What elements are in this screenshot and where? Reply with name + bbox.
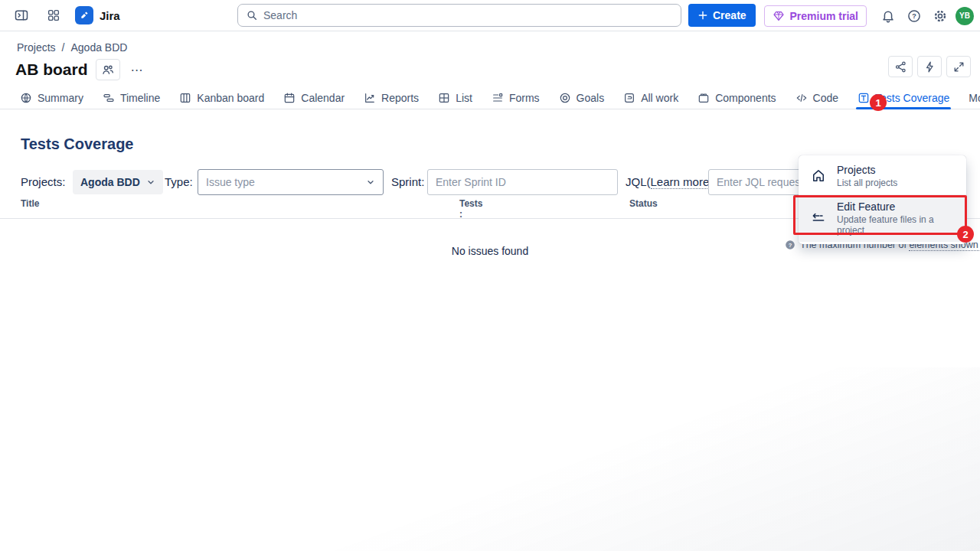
user-avatar[interactable]: YB bbox=[956, 7, 974, 25]
board-title-row: AB board ⋯ bbox=[15, 58, 980, 81]
tab-code[interactable]: Code bbox=[795, 87, 838, 109]
menu-item-subtitle: Update feature files in a project bbox=[837, 214, 954, 236]
notifications-button[interactable] bbox=[877, 5, 899, 27]
tab-label: Components bbox=[715, 92, 776, 104]
toolbox-icon bbox=[697, 92, 710, 104]
form-lines-icon bbox=[492, 92, 504, 104]
app-switcher-icon bbox=[47, 8, 60, 22]
share-button[interactable] bbox=[888, 56, 913, 77]
search-placeholder: Search bbox=[263, 9, 297, 21]
tab-label: List bbox=[456, 92, 472, 104]
people-icon bbox=[101, 63, 115, 77]
timeline-icon bbox=[103, 92, 115, 104]
tab-timeline[interactable]: Timeline bbox=[103, 87, 160, 109]
tab-label: Code bbox=[813, 92, 838, 104]
tab-label: Goals bbox=[577, 92, 605, 104]
sidebar-toggle-icon bbox=[14, 8, 29, 23]
expand-icon bbox=[952, 60, 965, 73]
page-title: Tests Coverage bbox=[21, 135, 980, 153]
board-members-button[interactable] bbox=[96, 59, 120, 80]
column-header-title: Title bbox=[21, 198, 39, 209]
plus-icon bbox=[697, 10, 708, 21]
chart-icon bbox=[364, 92, 376, 104]
premium-trial-button[interactable]: Premium trial bbox=[764, 5, 867, 27]
globe-icon bbox=[20, 92, 32, 104]
gem-icon bbox=[773, 10, 785, 22]
create-button-label: Create bbox=[713, 9, 746, 21]
menu-item-title: Edit Feature bbox=[837, 201, 954, 213]
breadcrumb-project-link[interactable]: Agoda BDD bbox=[70, 41, 127, 54]
tab-label: All work bbox=[641, 92, 678, 104]
annotation-step-2-badge: 2 bbox=[957, 226, 974, 243]
jql-filter-label: JQL(Learn more): bbox=[626, 169, 716, 195]
sliders-icon bbox=[811, 210, 826, 226]
sidebar-toggle-button[interactable] bbox=[11, 5, 32, 26]
panel-actions-menu: Projects List all projects Edit Feature … bbox=[799, 155, 966, 244]
sprint-filter-label: Sprint: bbox=[391, 169, 424, 195]
breadcrumb-projects-link[interactable]: Projects bbox=[17, 41, 56, 54]
column-header-status: Status bbox=[629, 198, 658, 209]
bell-icon bbox=[880, 8, 896, 24]
jira-logo-icon bbox=[75, 6, 93, 24]
board-action-buttons bbox=[888, 56, 971, 77]
app-switcher-button[interactable] bbox=[43, 5, 64, 26]
jql-learn-more-link[interactable]: Learn more bbox=[651, 175, 710, 189]
tab-summary[interactable]: Summary bbox=[20, 87, 83, 109]
board-columns-icon bbox=[179, 92, 191, 104]
gear-icon bbox=[933, 8, 948, 24]
help-button[interactable]: ? bbox=[903, 5, 925, 27]
board-more-button[interactable]: ⋯ bbox=[128, 63, 147, 77]
tab-more[interactable]: More 5 bbox=[969, 87, 980, 109]
background-shade bbox=[0, 367, 980, 551]
svg-text:?: ? bbox=[912, 12, 916, 20]
automation-button[interactable] bbox=[917, 56, 942, 77]
jira-wordmark: Jira bbox=[100, 9, 120, 22]
board-tabs: Summary Timeline Kanban board Calendar bbox=[0, 87, 980, 109]
share-icon bbox=[894, 60, 907, 73]
project-select-dropdown[interactable]: Agoda BDD bbox=[73, 170, 163, 194]
premium-trial-label: Premium trial bbox=[790, 10, 858, 22]
menu-item-title: Projects bbox=[837, 164, 897, 176]
board-title: AB board bbox=[15, 60, 88, 79]
breadcrumb-separator: / bbox=[62, 41, 65, 54]
global-search-input[interactable]: Search bbox=[237, 4, 681, 27]
tab-forms[interactable]: Forms bbox=[492, 87, 540, 109]
tab-reports[interactable]: Reports bbox=[364, 87, 419, 109]
tab-calendar[interactable]: Calendar bbox=[283, 87, 345, 109]
calendar-icon bbox=[283, 92, 296, 104]
create-button[interactable]: Create bbox=[688, 4, 756, 27]
tab-label: Timeline bbox=[120, 92, 160, 104]
top-navigation-bar: Jira Search Create Premium trial bbox=[0, 0, 980, 31]
tab-components[interactable]: Components bbox=[697, 87, 776, 109]
chevron-down-icon bbox=[366, 178, 375, 187]
tab-list[interactable]: List bbox=[438, 87, 472, 109]
project-select-value: Agoda BDD bbox=[80, 176, 140, 188]
issue-type-placeholder: Issue type bbox=[206, 176, 255, 188]
question-filled-icon[interactable]: ? bbox=[785, 240, 795, 250]
settings-button[interactable] bbox=[929, 5, 951, 27]
annotation-step-1-badge: 1 bbox=[870, 94, 887, 111]
more-tabs-label: More bbox=[969, 92, 980, 104]
tab-label: Calendar bbox=[301, 92, 345, 104]
tests-coverage-icon bbox=[858, 92, 870, 104]
tab-label: Summary bbox=[38, 92, 83, 104]
tab-all-work[interactable]: All work bbox=[623, 87, 678, 109]
tab-kanban-board[interactable]: Kanban board bbox=[179, 87, 264, 109]
fullscreen-button[interactable] bbox=[946, 56, 971, 77]
menu-item-edit-feature[interactable]: Edit Feature Update feature files in a p… bbox=[799, 194, 966, 242]
projects-filter-label: Projects: bbox=[21, 169, 65, 195]
table-icon bbox=[438, 92, 450, 104]
target-icon bbox=[559, 92, 571, 104]
issue-type-select[interactable]: Issue type bbox=[198, 169, 384, 195]
breadcrumb: Projects / Agoda BDD bbox=[17, 41, 980, 54]
tab-label: Kanban board bbox=[197, 92, 264, 104]
tab-goals[interactable]: Goals bbox=[559, 87, 605, 109]
sprint-id-input[interactable] bbox=[427, 169, 618, 195]
type-filter-label: Type: bbox=[165, 169, 193, 195]
jira-home-link[interactable]: Jira bbox=[75, 6, 120, 24]
work-items-icon bbox=[623, 92, 635, 104]
menu-item-projects[interactable]: Projects List all projects bbox=[799, 158, 966, 194]
tab-label: Forms bbox=[509, 92, 540, 104]
menu-item-subtitle: List all projects bbox=[837, 178, 897, 188]
tab-label: Reports bbox=[381, 92, 419, 104]
